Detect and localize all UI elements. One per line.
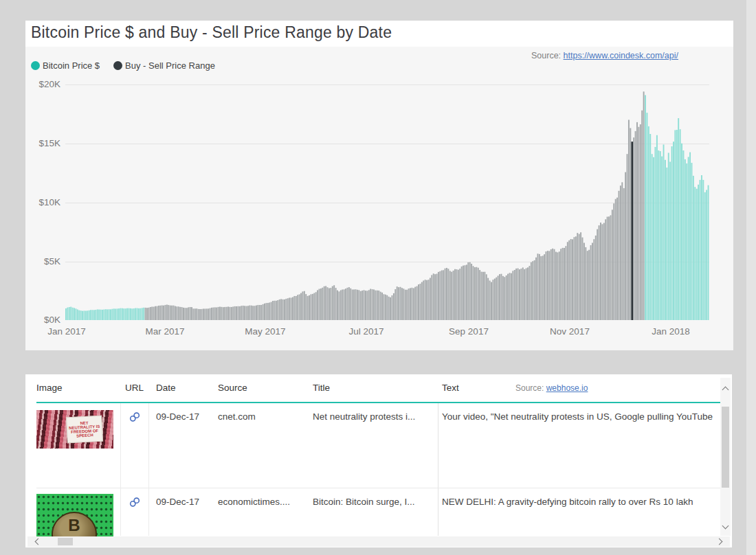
table-row[interactable]: NET NEUTRALITY IS FREEDOM OF SPEECH 09-D… [25, 403, 732, 488]
x-axis-tick-mar2017: Mar 2017 [131, 326, 199, 337]
protest-sign-text: NET NEUTRALITY IS FREEDOM OF SPEECH [67, 420, 102, 439]
scroll-up-icon[interactable] [722, 387, 729, 394]
column-header-text[interactable]: Text [442, 383, 459, 393]
chart-title-strip: Bitcoin Price $ and Buy - Sell Price Ran… [25, 21, 733, 47]
table-source-attribution: Source: webhose.io [515, 383, 588, 393]
powerbi-report-page: Bitcoin Price $ and Buy - Sell Price Ran… [0, 0, 756, 555]
legend-label-bitcoin-price: Bitcoin Price $ [43, 60, 100, 71]
news-image-protest: NET NEUTRALITY IS FREEDOM OF SPEECH [36, 410, 113, 449]
column-header-source[interactable]: Source [218, 383, 247, 393]
chart-legend: Bitcoin Price $ Buy - Sell Price Range [31, 60, 215, 71]
vertical-scrollbar[interactable] [720, 378, 731, 536]
x-axis-tick-jan2017: Jan 2017 [32, 326, 101, 337]
cell-date: 09-Dec-17 [156, 411, 214, 422]
horizontal-scrollbar-thumb[interactable] [58, 538, 73, 545]
table-row[interactable]: B 09-Dec-17 economictimes.... Bitcoin: B… [25, 488, 732, 536]
selected-bar-dec-9 [631, 141, 633, 320]
link-icon[interactable] [129, 411, 140, 425]
news-image-bitcoin: B [36, 494, 113, 536]
cell-text: Your video, "Net neutrality protests in … [442, 411, 718, 422]
cell-title: Bitcoin: Bitcoin surge, I... [313, 497, 436, 507]
cell-source: cnet.com [218, 411, 307, 422]
y-axis-tick-10k: $10K [25, 197, 60, 207]
cell-text: NEW DELHI: A gravity-defying bitcoin ral… [442, 497, 718, 507]
y-axis-tick-15k: $15K [25, 138, 60, 148]
y-axis-tick-0k: $0K [25, 315, 60, 325]
column-header-date[interactable]: Date [156, 383, 176, 393]
column-header-title[interactable]: Title [313, 383, 330, 393]
y-axis-tick-20k: $20K [25, 79, 60, 89]
scroll-left-icon[interactable] [35, 539, 42, 545]
webhose-source-link[interactable]: webhose.io [546, 383, 588, 393]
column-header-image[interactable]: Image [36, 383, 63, 393]
scroll-down-icon[interactable] [722, 523, 729, 530]
cell-source: economictimes.... [218, 497, 307, 507]
table-source-label: Source: [515, 383, 544, 393]
column-header-url[interactable]: URL [125, 383, 144, 393]
x-axis-tick-jan2018: Jan 2018 [636, 326, 705, 337]
x-axis-tick-may2017: May 2017 [231, 326, 300, 337]
legend-item-bitcoin-price[interactable]: Bitcoin Price $ [31, 60, 100, 71]
legend-label-buy-sell-range: Buy - Sell Price Range [125, 60, 215, 71]
horizontal-scrollbar[interactable] [27, 536, 730, 547]
vertical-scrollbar-thumb[interactable] [722, 407, 729, 488]
bitcoin-coin: B [52, 512, 97, 536]
legend-dot-buy-sell-range-icon [113, 61, 122, 70]
x-axis-tick-nov2017: Nov 2017 [535, 326, 604, 337]
chart-title: Bitcoin Price $ and Buy - Sell Price Ran… [31, 23, 392, 42]
link-icon[interactable] [129, 497, 140, 510]
bitcoin-price-chart-visual: Bitcoin Price $ and Buy - Sell Price Ran… [25, 21, 733, 350]
bitcoin-coin-letter: B [68, 516, 80, 535]
cell-title: Net neutrality protests i... [313, 411, 436, 422]
news-table-visual: Image URL Date Source Title Text Source:… [25, 374, 732, 547]
chart-plot-region: Source: https://www.coindesk.com/api/ Bi… [25, 47, 733, 350]
coindesk-source-link[interactable]: https://www.coindesk.com/api/ [564, 51, 678, 60]
chart-source-label: Source: [531, 51, 561, 60]
legend-dot-bitcoin-price-icon [31, 61, 40, 70]
x-axis-tick-sep2017: Sep 2017 [434, 326, 503, 337]
x-axis-tick-jul2017: Jul 2017 [332, 326, 401, 337]
chart-source-attribution: Source: https://www.coindesk.com/api/ [531, 51, 678, 60]
cell-date: 09-Dec-17 [156, 497, 214, 507]
protest-sign: NET NEUTRALITY IS FREEDOM OF SPEECH [66, 416, 103, 444]
page-scrollbar-strip[interactable] [746, 0, 756, 555]
y-axis-tick-5k: $5K [25, 256, 60, 267]
legend-item-buy-sell-range[interactable]: Buy - Sell Price Range [113, 60, 215, 71]
price-bars[interactable] [65, 84, 709, 320]
scroll-right-icon[interactable] [716, 539, 723, 545]
